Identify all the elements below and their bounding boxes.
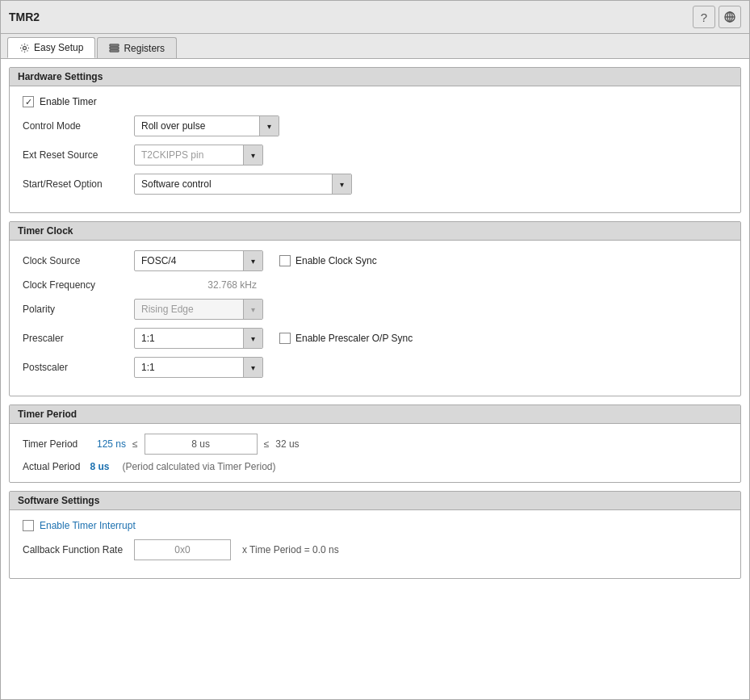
list-icon: [109, 43, 119, 53]
tab-easy-setup-label: Easy Setup: [34, 42, 83, 53]
callback-rate-suffix: x Time Period = 0.0 ns: [242, 544, 339, 555]
enable-prescaler-sync-checkbox[interactable]: [279, 333, 291, 344]
software-settings-body: Enable Timer Interrupt Callback Function…: [10, 510, 740, 578]
svg-rect-5: [110, 44, 119, 46]
timer-period-body: Timer Period 125 ns ≤ ≤ 32 us Actual Per…: [10, 424, 740, 482]
timer-period-header: Timer Period: [10, 405, 740, 424]
clock-frequency-label: Clock Frequency: [23, 279, 128, 291]
prescaler-label: Prescaler: [23, 333, 128, 344]
callback-rate-row: Callback Function Rate x Time Period = 0…: [23, 539, 727, 560]
enable-prescaler-sync-label: Enable Prescaler O/P Sync: [295, 333, 413, 344]
clock-frequency-value: 32.768 kHz: [134, 279, 263, 291]
actual-period-desc: (Period calculated via Timer Period): [122, 461, 275, 472]
hardware-settings-section: Hardware Settings Enable Timer Control M…: [9, 67, 741, 213]
ext-reset-source-label: Ext Reset Source: [23, 149, 128, 161]
postscaler-label: Postscaler: [23, 362, 128, 373]
clock-source-label: Clock Source: [23, 255, 128, 266]
actual-period-value: 8 us: [90, 461, 109, 472]
timer-clock-section: Timer Clock Clock Source FOSC/4 ▾ Enable…: [9, 221, 741, 396]
tab-registers[interactable]: Registers: [97, 37, 177, 58]
control-mode-select[interactable]: Roll over pulse ▾: [134, 115, 279, 136]
enable-interrupt-label: Enable Timer Interrupt: [40, 520, 136, 531]
enable-timer-label: Enable Timer: [40, 96, 97, 107]
timer-period-label: Timer Period: [23, 438, 87, 450]
timer-period-lte-right: ≤: [264, 438, 270, 450]
clock-source-value: FOSC/4: [135, 255, 243, 266]
postscaler-dropdown-btn[interactable]: ▾: [243, 358, 262, 377]
polarity-dropdown-btn[interactable]: ▾: [243, 300, 262, 319]
polarity-row: Polarity Rising Edge ▾: [23, 299, 727, 320]
prescaler-sync-group: Enable Prescaler O/P Sync: [279, 333, 413, 344]
prescaler-value: 1:1: [135, 333, 243, 344]
window-title: TMR2: [9, 10, 40, 23]
tab-easy-setup[interactable]: Easy Setup: [7, 37, 95, 58]
clock-source-dropdown-btn[interactable]: ▾: [243, 251, 262, 270]
clock-source-row: Clock Source FOSC/4 ▾ Enable Clock Sync: [23, 250, 727, 271]
postscaler-select[interactable]: 1:1 ▾: [134, 357, 263, 378]
globe-button[interactable]: [719, 6, 741, 28]
timer-period-max: 32 us: [275, 438, 299, 450]
prescaler-row: Prescaler 1:1 ▾ Enable Prescaler O/P Syn…: [23, 328, 727, 349]
tab-registers-label: Registers: [124, 43, 165, 54]
svg-rect-6: [110, 48, 119, 49]
clock-source-select[interactable]: FOSC/4 ▾: [134, 250, 263, 271]
actual-period-row: Actual Period 8 us (Period calculated vi…: [23, 461, 727, 472]
timer-period-section: Timer Period Timer Period 125 ns ≤ ≤ 32 …: [9, 404, 741, 483]
start-reset-option-select[interactable]: Software control ▾: [134, 174, 352, 195]
start-reset-option-dropdown-btn[interactable]: ▾: [332, 174, 351, 194]
title-bar-buttons: ?: [693, 6, 741, 28]
enable-clock-sync-checkbox[interactable]: [279, 255, 291, 266]
enable-timer-row: Enable Timer: [23, 96, 727, 107]
control-mode-label: Control Mode: [23, 120, 128, 132]
start-reset-option-value: Software control: [135, 178, 332, 190]
postscaler-value: 1:1: [135, 362, 243, 373]
svg-rect-7: [110, 50, 119, 52]
tab-bar: Easy Setup Registers: [1, 34, 749, 59]
enable-clock-sync-label: Enable Clock Sync: [295, 255, 377, 266]
software-settings-header: Software Settings: [10, 492, 740, 510]
content-area: Hardware Settings Enable Timer Control M…: [1, 59, 749, 699]
software-settings-section: Software Settings Enable Timer Interrupt…: [9, 491, 741, 579]
postscaler-row: Postscaler 1:1 ▾: [23, 357, 727, 378]
clock-frequency-row: Clock Frequency 32.768 kHz: [23, 279, 727, 291]
control-mode-row: Control Mode Roll over pulse ▾: [23, 115, 727, 136]
timer-period-min: 125 ns: [97, 438, 126, 450]
main-window: TMR2 ? Easy Setup: [0, 0, 750, 700]
enable-timer-checkbox[interactable]: [23, 96, 34, 107]
polarity-select[interactable]: Rising Edge ▾: [134, 299, 263, 320]
prescaler-dropdown-btn[interactable]: ▾: [243, 329, 262, 348]
ext-reset-source-value: T2CKIPPS pin: [135, 149, 243, 161]
timer-clock-header: Timer Clock: [10, 222, 740, 241]
callback-rate-label: Callback Function Rate: [23, 544, 128, 555]
clock-sync-group: Enable Clock Sync: [279, 255, 377, 266]
start-reset-option-row: Start/Reset Option Software control ▾: [23, 174, 727, 195]
ext-reset-source-select[interactable]: T2CKIPPS pin ▾: [134, 145, 263, 166]
actual-period-label: Actual Period: [23, 461, 80, 472]
control-mode-value: Roll over pulse: [135, 120, 259, 132]
polarity-value: Rising Edge: [135, 304, 243, 315]
enable-interrupt-checkbox[interactable]: [23, 520, 34, 531]
timer-period-row: Timer Period 125 ns ≤ ≤ 32 us: [23, 434, 727, 455]
ext-reset-source-dropdown-btn[interactable]: ▾: [243, 145, 262, 165]
hardware-settings-header: Hardware Settings: [10, 68, 740, 86]
ext-reset-source-row: Ext Reset Source T2CKIPPS pin ▾: [23, 145, 727, 166]
timer-period-lte-left: ≤: [132, 438, 138, 450]
start-reset-option-label: Start/Reset Option: [23, 178, 128, 190]
polarity-label: Polarity: [23, 304, 128, 315]
enable-interrupt-row: Enable Timer Interrupt: [23, 520, 727, 531]
timer-clock-body: Clock Source FOSC/4 ▾ Enable Clock Sync …: [10, 241, 740, 396]
gear-icon: [19, 43, 30, 53]
help-button[interactable]: ?: [693, 6, 715, 28]
hardware-settings-body: Enable Timer Control Mode Roll over puls…: [10, 86, 740, 212]
callback-rate-input[interactable]: [134, 539, 231, 560]
title-bar: TMR2 ?: [1, 1, 749, 34]
svg-point-4: [23, 46, 27, 49]
control-mode-dropdown-btn[interactable]: ▾: [259, 116, 279, 136]
prescaler-select[interactable]: 1:1 ▾: [134, 328, 263, 349]
timer-period-input[interactable]: [145, 434, 258, 455]
